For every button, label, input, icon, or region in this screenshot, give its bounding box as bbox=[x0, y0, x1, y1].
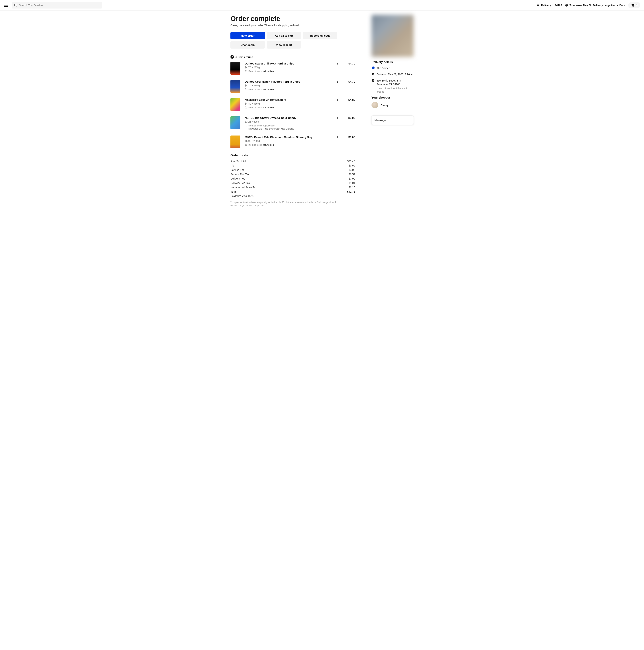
total-value: $2.26 bbox=[349, 186, 355, 189]
total-grand-value: $42.78 bbox=[347, 190, 355, 193]
item-qty: 1 bbox=[327, 98, 338, 111]
store-dot-icon bbox=[372, 67, 375, 69]
detail-delivered: Delivered May 29, 2023, 9:26pm bbox=[372, 72, 413, 76]
svg-point-5 bbox=[373, 80, 374, 81]
your-shopper-heading: Your shopper bbox=[372, 96, 413, 99]
detail-address-text: 450 Beale Street, San Francisco, CA 9410… bbox=[377, 79, 413, 86]
delivery-to-text: Delivery to 94105 bbox=[541, 4, 562, 7]
total-value: $7.99 bbox=[349, 177, 355, 180]
item-note: If out of stock, refund item bbox=[245, 70, 323, 73]
add-all-to-cart-button[interactable]: Add all to cart bbox=[267, 32, 301, 39]
item-sub: $4.80 • 355 g bbox=[245, 102, 323, 105]
total-label: Harmonized Sales Tax bbox=[231, 186, 257, 189]
total-row: Delivery Fee$7.99 bbox=[231, 176, 355, 181]
item-price: $4.70 bbox=[342, 62, 355, 75]
item-qty: 1 bbox=[327, 62, 338, 75]
order-totals-heading: Order totals bbox=[231, 154, 355, 157]
cart-count: 0 bbox=[636, 4, 638, 7]
item-name: Doritos Cool Ranch Flavored Tortilla Chi… bbox=[245, 80, 323, 83]
detail-address-note: Leave at my door if I am not around bbox=[377, 86, 413, 94]
cart-icon bbox=[631, 4, 634, 7]
total-row: Service Fee$4.00 bbox=[231, 168, 355, 172]
delivery-time-text: Tomorrow, May 30, Delivery range 8am - 1… bbox=[570, 4, 625, 7]
total-row: Harmonized Sales Tax$2.26 bbox=[231, 185, 355, 189]
page-title: Order complete bbox=[231, 15, 355, 23]
item-name: Maynard's Sour Cherry Blasters bbox=[245, 98, 323, 101]
view-receipt-button[interactable]: View receipt bbox=[267, 41, 301, 48]
delivery-time[interactable]: Tomorrow, May 30, Delivery range 8am - 1… bbox=[565, 4, 625, 7]
report-issue-button[interactable]: Report an issue bbox=[303, 32, 337, 39]
item-qty: 1 bbox=[327, 116, 338, 130]
clock-icon bbox=[372, 72, 375, 76]
items-found-text: 5 items found bbox=[236, 56, 253, 59]
total-grand-label: Total bbox=[231, 190, 237, 193]
item-price: $4.70 bbox=[342, 80, 355, 93]
order-item: M&M's Peanut Milk Chocolate Candies, Sha… bbox=[231, 136, 355, 148]
change-tip-button[interactable]: Change tip bbox=[231, 41, 265, 48]
total-label: Service Fee Tax bbox=[231, 173, 249, 176]
item-image[interactable] bbox=[231, 136, 240, 148]
total-label: Item Subtotal bbox=[231, 160, 246, 163]
svg-point-2 bbox=[632, 6, 633, 6]
delivery-to[interactable]: Delivery to 94105 bbox=[537, 4, 562, 7]
item-qty: 1 bbox=[327, 80, 338, 93]
delivery-photo[interactable] bbox=[372, 15, 413, 57]
refund-icon bbox=[245, 106, 247, 109]
search-box[interactable] bbox=[11, 2, 102, 8]
total-label: Tip bbox=[231, 164, 234, 167]
items-found-header: ✓ 5 items found bbox=[231, 55, 355, 59]
total-row: Service Fee Tax$0.52 bbox=[231, 172, 355, 176]
paid-with: Paid with Visa 1525 bbox=[231, 194, 355, 198]
total-value: $3.52 bbox=[349, 164, 355, 167]
total-value: $23.45 bbox=[347, 160, 355, 163]
item-image[interactable] bbox=[231, 80, 240, 93]
total-row: Delivery Fee Tax$1.04 bbox=[231, 181, 355, 185]
item-sub: $4.70 • 235 g bbox=[245, 66, 323, 69]
total-row-grand: Total $42.78 bbox=[231, 189, 355, 194]
payment-disclaimer: Your payment method was temporarily auth… bbox=[231, 201, 337, 207]
total-label: Delivery Fee bbox=[231, 177, 245, 180]
hamburger-menu-icon[interactable] bbox=[4, 3, 8, 7]
svg-point-3 bbox=[634, 6, 634, 6]
item-qty: 1 bbox=[327, 136, 338, 148]
location-pin-icon bbox=[372, 79, 375, 82]
shopper-avatar[interactable] bbox=[372, 102, 378, 108]
cart-button[interactable]: 0 bbox=[628, 2, 640, 8]
shopper-row: Casey bbox=[372, 102, 413, 108]
total-value: $4.00 bbox=[349, 169, 355, 171]
total-value: $1.04 bbox=[349, 182, 355, 184]
search-input[interactable] bbox=[19, 4, 100, 7]
refund-icon bbox=[245, 70, 247, 73]
item-name: M&M's Peanut Milk Chocolate Candies, Sha… bbox=[245, 136, 323, 139]
order-item: Doritos Cool Ranch Flavored Tortilla Chi… bbox=[231, 80, 355, 93]
minimize-icon: − bbox=[408, 118, 411, 122]
car-icon bbox=[537, 4, 540, 6]
item-name: NERDS Big Chewy Sweet & Sour Candy bbox=[245, 116, 323, 119]
page-subtitle: Casey delivered your order. Thanks for s… bbox=[231, 24, 355, 27]
item-note: If out of stock, replace withMaynards Bi… bbox=[245, 124, 323, 130]
search-icon bbox=[14, 4, 17, 7]
item-price: $4.80 bbox=[342, 98, 355, 111]
item-image[interactable] bbox=[231, 98, 240, 111]
order-item: NERDS Big Chewy Sweet & Sour Candy $3.25… bbox=[231, 116, 355, 130]
item-image[interactable] bbox=[231, 116, 240, 129]
item-note: If out of stock, refund item bbox=[245, 106, 323, 109]
detail-address: 450 Beale Street, San Francisco, CA 9410… bbox=[372, 79, 413, 94]
item-sub: $3.25 • each bbox=[245, 120, 323, 123]
total-label: Delivery Fee Tax bbox=[231, 182, 250, 184]
item-sub: $6.00 • 200 g bbox=[245, 140, 323, 142]
order-item: Doritos Sweet Chili Heat Tortilla Chips … bbox=[231, 62, 355, 75]
item-price: $3.25 bbox=[342, 116, 355, 130]
item-image[interactable] bbox=[231, 62, 240, 75]
rate-order-button[interactable]: Rate order bbox=[231, 32, 265, 39]
message-label: Message bbox=[374, 119, 386, 122]
message-box[interactable]: Message − bbox=[372, 116, 413, 124]
total-label: Service Fee bbox=[231, 169, 244, 171]
item-note: If out of stock, refund item bbox=[245, 144, 323, 146]
total-row: Item Subtotal$23.45 bbox=[231, 159, 355, 164]
clock-icon bbox=[565, 4, 568, 7]
svg-point-0 bbox=[14, 4, 16, 6]
total-row: Tip$3.52 bbox=[231, 164, 355, 168]
item-price: $6.00 bbox=[342, 136, 355, 148]
check-circle-icon: ✓ bbox=[231, 55, 234, 59]
